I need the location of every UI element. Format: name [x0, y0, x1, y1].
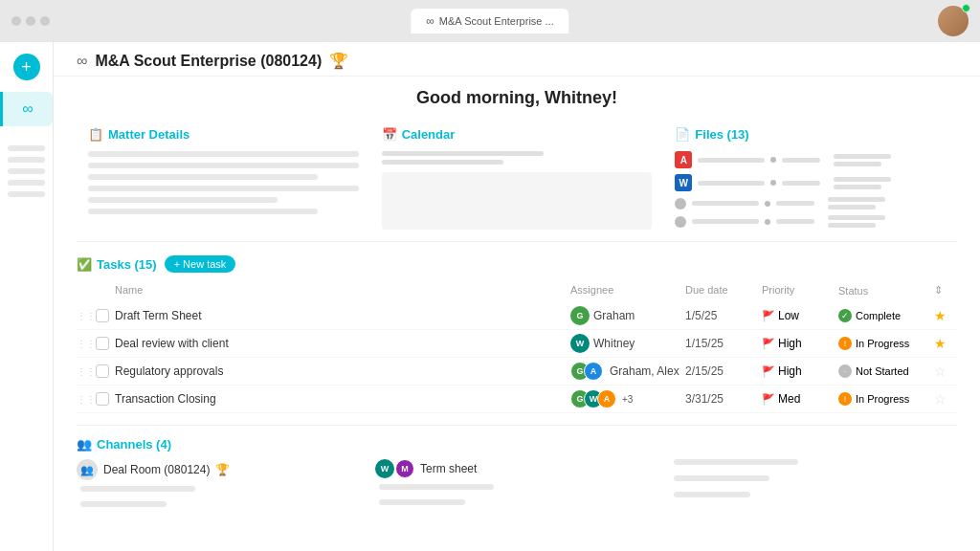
task-name-3: Regulatory approvals — [115, 364, 570, 378]
file-dot-2 — [770, 180, 776, 186]
sidebar-line-3 — [8, 168, 45, 174]
col-status-header: Status — [838, 284, 934, 297]
tasks-icon: ✅ — [77, 257, 92, 272]
drag-handle-3[interactable]: ⋮⋮ — [77, 366, 96, 377]
channel-line-2 — [80, 501, 167, 507]
task-checkbox-4[interactable] — [96, 392, 109, 406]
divider-1 — [77, 241, 957, 242]
file-extra-1 — [834, 154, 891, 159]
channel-term-lines — [375, 484, 658, 511]
task-star-2[interactable]: ★ — [934, 336, 957, 351]
sidebar-item-matters[interactable]: ∞ — [0, 92, 53, 126]
drag-handle-4[interactable]: ⋮⋮ — [77, 394, 96, 405]
matter-line-4 — [88, 186, 359, 191]
pdf-icon: A — [675, 151, 692, 168]
file-row-pdf: A — [675, 151, 946, 168]
file-extra-4 — [834, 185, 881, 189]
task-star-3[interactable]: ☆ — [934, 364, 957, 379]
calendar-card: 📅 Calendar — [370, 116, 664, 237]
file-dot-3 — [765, 201, 770, 207]
rsl-3 — [674, 492, 750, 497]
col-sort[interactable]: ⇕ — [934, 284, 957, 297]
channel-avatar-term: W — [375, 459, 394, 478]
word-icon: W — [675, 174, 692, 191]
matter-line-6 — [88, 209, 318, 214]
tasks-section: ✅ Tasks (15) + New task Name Assignee Du… — [54, 246, 980, 421]
channel-line-3 — [379, 484, 494, 490]
add-button[interactable]: + — [13, 54, 40, 80]
file-extra-2 — [834, 162, 881, 166]
col-drag — [77, 284, 96, 297]
assignee-avatar-4c: A — [597, 389, 616, 408]
task-name-1: Draft Term Sheet — [115, 309, 570, 322]
active-tab[interactable]: ∞ M&A Scout Enterprise ... — [411, 9, 568, 33]
task-assignee-2: W Whitney — [570, 334, 685, 353]
task-date-4: 3/31/25 — [685, 392, 762, 406]
files-title: 📄 Files (13) — [675, 127, 946, 142]
new-task-button[interactable]: + New task — [165, 255, 236, 273]
channel-item-deal-room[interactable]: 👥 Deal Room (080124) 🏆 — [77, 459, 360, 480]
calendar-title: 📅 Calendar — [382, 127, 653, 142]
task-star-4[interactable]: ☆ — [934, 391, 957, 407]
file-dot-1 — [770, 157, 776, 163]
file-row-gray-1 — [675, 197, 946, 209]
channel-deal-room-lines — [77, 486, 360, 513]
file-extra-6 — [828, 205, 876, 209]
task-checkbox-2[interactable] — [96, 337, 109, 350]
task-star-1[interactable]: ★ — [934, 308, 957, 323]
content-area: ∞ M&A Scout Enterprise (080124) 🏆 Good m… — [54, 42, 980, 551]
assignee-avatar-3b: A — [584, 362, 603, 381]
sidebar-line-4 — [8, 180, 45, 186]
file-icon: 📄 — [675, 127, 690, 142]
assignee-avatar-1: G — [570, 306, 590, 325]
cal-line-1 — [382, 151, 545, 156]
col-name-header: Name — [115, 284, 570, 297]
file-name-line-3 — [692, 201, 759, 206]
status-icon-3: · — [838, 364, 852, 378]
task-date-2: 1/15/25 — [685, 337, 762, 350]
page-header: ∞ M&A Scout Enterprise (080124) 🏆 — [54, 42, 980, 77]
channel-avatar-term-2: M — [395, 459, 414, 478]
task-assignee-4: G W A +3 — [570, 389, 685, 408]
dashboard-grid: 📋 Matter Details 📅 Calendar — [54, 116, 980, 237]
rsl-1 — [674, 459, 798, 465]
calendar-placeholder — [382, 172, 653, 230]
task-checkbox-3[interactable] — [96, 364, 109, 378]
priority-flag-4: 🚩 — [762, 393, 775, 406]
task-table-header: Name Assignee Due date Priority Status ⇕ — [77, 282, 957, 298]
tab-label: M&A Scout Enterprise ... — [439, 15, 554, 27]
page-title: M&A Scout Enterprise (080124) — [95, 53, 322, 70]
clipboard-icon: 📋 — [88, 127, 103, 142]
task-checkbox-1[interactable] — [96, 309, 109, 322]
channel-item-term-sheet[interactable]: W M Term sheet — [375, 459, 658, 478]
assignee-avatar-2: W — [570, 334, 590, 353]
file-extra-5 — [828, 197, 885, 202]
online-indicator — [962, 4, 970, 12]
tab-bar: ∞ M&A Scout Enterprise ... — [411, 9, 568, 33]
divider-2 — [77, 425, 957, 426]
priority-flag-3: 🚩 — [762, 365, 775, 378]
task-status-3: · Not Started — [838, 364, 934, 378]
task-priority-1: 🚩 Low — [762, 309, 838, 322]
drag-handle-1[interactable]: ⋮⋮ — [77, 311, 96, 321]
channel-placeholder — [674, 459, 957, 503]
channel-line-4 — [379, 499, 465, 505]
main-layout: + ∞ ∞ M&A Scout Enterprise (080124) 🏆 Go… — [0, 42, 980, 551]
file-meta-3 — [692, 197, 946, 209]
file-size-line-2 — [782, 181, 820, 186]
sidebar-line-1 — [8, 145, 45, 151]
files-card: 📄 Files (13) A — [663, 116, 957, 237]
status-icon-1: ✓ — [838, 309, 852, 322]
channel-deal-room: 👥 Deal Room (080124) 🏆 — [77, 459, 360, 513]
file-meta-1 — [698, 154, 946, 166]
rsl-2 — [674, 475, 769, 481]
drag-handle-2[interactable]: ⋮⋮ — [77, 339, 96, 349]
minimize-dot — [26, 16, 35, 26]
channel-badge-deal-room: 🏆 — [215, 463, 230, 476]
task-date-3: 2/15/25 — [685, 364, 762, 378]
status-icon-2: ! — [838, 337, 852, 350]
multi-avatar-4: G W A — [570, 389, 616, 408]
cal-line-2 — [382, 160, 503, 165]
file-size-line-4 — [776, 219, 814, 224]
sidebar-placeholders — [0, 145, 53, 197]
